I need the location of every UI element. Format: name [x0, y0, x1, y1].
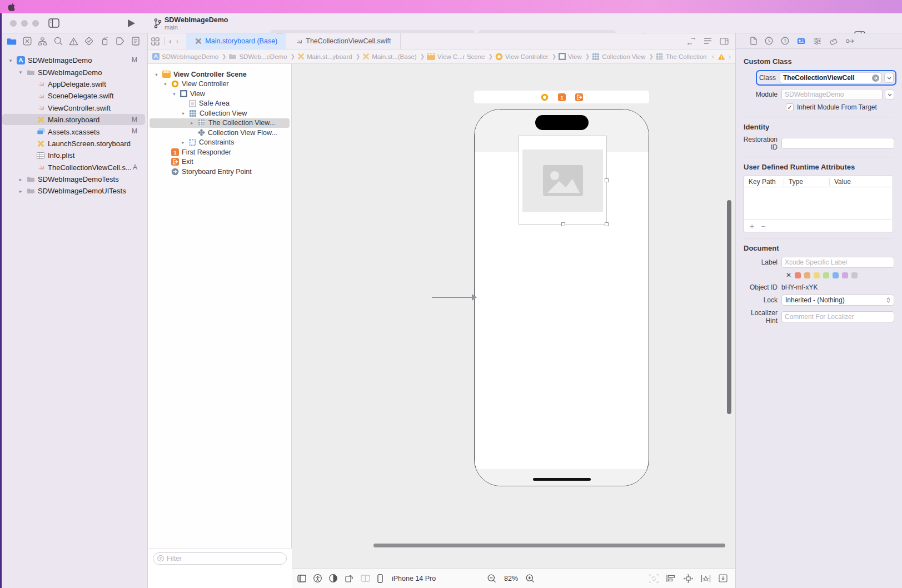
back-button[interactable]: ‹ [169, 37, 172, 46]
device-bar-icon[interactable] [377, 574, 383, 583]
add-runtime-attr-button[interactable]: + [750, 222, 754, 231]
resolve-autolayout-icon[interactable] [701, 575, 711, 582]
split-view-icon[interactable] [361, 575, 370, 582]
size-inspector-icon[interactable] [829, 37, 838, 45]
outline-row-collection-view-flow-[interactable]: Collection View Flow... [148, 128, 291, 138]
minimize-window-button[interactable] [21, 20, 28, 27]
issue-navigator-icon[interactable] [68, 35, 80, 47]
remove-runtime-attr-button[interactable]: − [761, 222, 765, 231]
collection-view-cell[interactable] [519, 136, 607, 225]
add-constraints-icon[interactable] [684, 574, 693, 583]
tab-collectionviewcell-swift[interactable]: TheCollectionViewCell.swift [286, 33, 400, 49]
storyboard-entry-arrow[interactable] [432, 297, 476, 298]
breadcrumb-main-st-base-[interactable]: Main.st...(Base)❯ [362, 53, 425, 60]
file-inspector-icon[interactable] [750, 37, 757, 45]
doc-label-input[interactable] [781, 257, 894, 268]
report-navigator-icon[interactable] [129, 35, 142, 47]
runtime-attrs-empty-body[interactable] [744, 187, 893, 220]
device-bar-label[interactable]: iPhone 14 Pro [392, 575, 436, 582]
project-navigator-icon[interactable] [6, 35, 18, 47]
breadcrumb-sdwebimagedemo[interactable]: SDWebImageDemo❯ [152, 53, 226, 60]
add-editor-icon[interactable] [720, 38, 729, 45]
class-dropdown-icon[interactable] [884, 73, 894, 83]
label-color-swatch[interactable] [795, 272, 801, 278]
label-color-swatch[interactable] [823, 272, 829, 278]
quick-help-inspector-icon[interactable]: ? [781, 37, 789, 45]
breadcrumb-the-collection-view-cell[interactable]: The Collection View Cell [656, 53, 709, 61]
view-controller-dock-icon[interactable] [541, 93, 549, 101]
orientation-icon[interactable] [345, 574, 353, 582]
file-row-sdwebimagedemo[interactable]: ▾SDWebImageDemoM [0, 54, 147, 66]
scheme-project-block[interactable]: SDWebImageDemo main [153, 16, 228, 31]
exit-dock-icon[interactable] [575, 93, 583, 101]
connections-inspector-icon[interactable] [845, 38, 854, 44]
previous-issue-icon[interactable]: ‹ [712, 53, 714, 61]
file-row-scenedelegate-swift[interactable]: SceneDelegate.swift [0, 90, 147, 102]
find-navigator-icon[interactable] [52, 35, 64, 47]
file-row-sdwebimagedemotests[interactable]: ▸SDWebImageDemoTests [0, 173, 147, 185]
zoom-window-button[interactable] [32, 20, 39, 27]
zoom-level[interactable]: 82% [504, 575, 518, 582]
adjust-editor-options-icon[interactable] [704, 38, 712, 44]
breadcrumb-sdweb-edemo[interactable]: SDWeb...eDemo❯ [228, 53, 295, 60]
symbol-navigator-icon[interactable] [37, 35, 49, 47]
update-frames-icon[interactable] [649, 574, 659, 583]
file-row-launchscreen-storyboard[interactable]: LaunchScreen.storyboard [0, 138, 147, 150]
breadcrumb-view-controller[interactable]: View Controller❯ [495, 53, 556, 61]
image-view-placeholder[interactable] [522, 150, 603, 212]
file-row-thecollectionviewcell-s-[interactable]: TheCollectionViewCell.s...A [0, 162, 147, 173]
test-navigator-icon[interactable] [83, 35, 95, 47]
outline-filter-field[interactable] [153, 552, 287, 565]
identity-inspector-icon[interactable] [797, 38, 805, 44]
apple-menu-icon[interactable] [8, 3, 15, 11]
breakpoint-navigator-icon[interactable] [114, 35, 126, 47]
outline-row-view-controller[interactable]: ▾View Controller [148, 79, 291, 89]
debug-navigator-icon[interactable] [98, 35, 111, 47]
class-field[interactable] [780, 72, 881, 83]
storyboard-canvas[interactable]: 1 [292, 64, 735, 568]
file-row-sdwebimagedemouitests[interactable]: ▸SDWebImageDemoUITests [0, 185, 147, 197]
file-row-info-plist[interactable]: Info.plist [0, 150, 147, 161]
hide-outline-icon[interactable] [297, 575, 306, 582]
zoom-out-icon[interactable] [487, 574, 496, 583]
outline-row-collection-view[interactable]: ▾Collection View [148, 108, 291, 118]
inherit-module-checkbox[interactable]: ✓ [786, 103, 794, 111]
attributes-inspector-icon[interactable] [813, 37, 821, 45]
module-dropdown-icon[interactable] [885, 89, 894, 99]
file-row-appdelegate-swift[interactable]: AppDelegate.swift [0, 78, 147, 90]
outline-row-exit[interactable]: Exit [148, 157, 291, 167]
breadcrumb-main-st-yboard[interactable]: Main.st...yboard❯ [297, 53, 360, 60]
lock-dropdown[interactable]: Inherited - (Nothing) [781, 295, 894, 306]
breadcrumb-view[interactable]: View❯ [559, 53, 590, 60]
horizontal-scrollbar[interactable] [373, 544, 725, 547]
outline-row-first-responder[interactable]: 1First Responder [148, 147, 291, 157]
resize-handle-bottom[interactable] [561, 222, 565, 226]
toggle-navigator-icon[interactable] [48, 18, 59, 29]
align-icon[interactable] [666, 574, 676, 582]
outline-row-constraints[interactable]: ▸Constraints [148, 138, 291, 148]
resize-handle-right[interactable] [605, 178, 609, 182]
outline-row-safe-area[interactable]: Safe Area [148, 99, 291, 109]
restoration-id-input[interactable] [781, 138, 894, 149]
breadcrumb-view-c-r-scene[interactable]: View C...r Scene❯ [427, 53, 493, 60]
source-control-navigator-icon[interactable] [21, 35, 33, 47]
iphone-canvas-frame[interactable] [474, 109, 649, 486]
appearance-icon[interactable] [329, 574, 337, 582]
label-color-swatch[interactable] [804, 272, 810, 278]
class-input[interactable] [783, 74, 872, 82]
outline-row-view-controller-scene[interactable]: ▾View Controller Scene [148, 69, 291, 79]
run-button[interactable] [128, 19, 135, 27]
forward-button[interactable]: › [176, 37, 179, 46]
recent-files-icon[interactable] [151, 37, 160, 46]
file-row-sdwebimagedemo[interactable]: ▾SDWebImageDemo [0, 66, 147, 78]
vertical-scrollbar[interactable] [727, 200, 731, 414]
breadcrumb-collection-view[interactable]: Collection View❯ [592, 53, 654, 61]
code-review-icon[interactable] [687, 38, 696, 44]
outline-row-view[interactable]: ▾View [148, 89, 291, 99]
label-color-swatch[interactable] [851, 272, 858, 278]
next-issue-icon[interactable]: › [729, 53, 731, 61]
jump-to-class-icon[interactable] [872, 74, 879, 82]
module-field[interactable]: SDWebImageDemo [781, 89, 883, 100]
file-row-main-storyboard[interactable]: Main.storyboardM [0, 114, 147, 126]
first-responder-dock-icon[interactable]: 1 [558, 93, 566, 101]
